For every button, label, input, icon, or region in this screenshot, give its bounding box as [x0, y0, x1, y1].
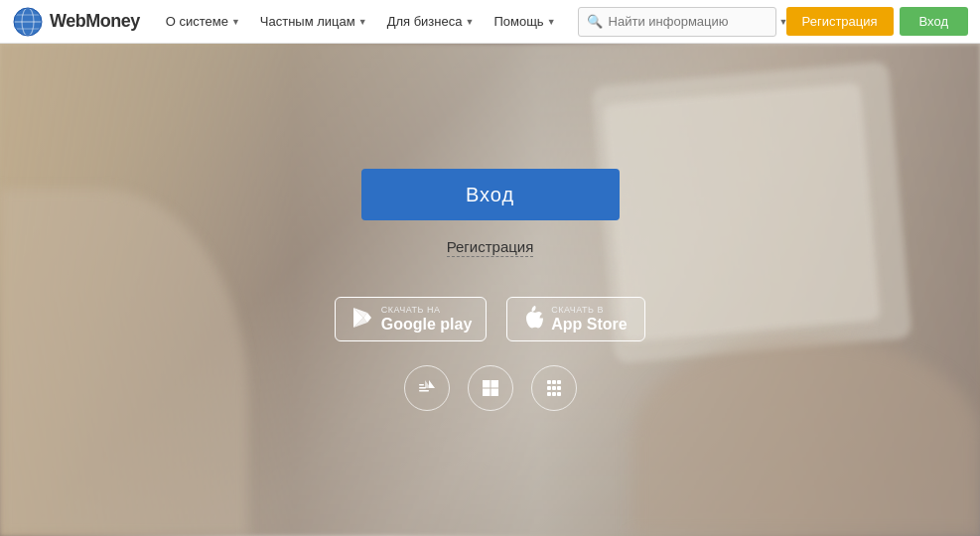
app-store-button[interactable]: СКАЧАТЬ В App Store — [506, 297, 645, 341]
windows-button[interactable] — [468, 365, 513, 411]
svg-rect-21 — [552, 386, 556, 390]
nav-item-about[interactable]: О системе ▼ — [158, 0, 248, 44]
svg-rect-24 — [552, 392, 556, 396]
blackberry-button[interactable] — [531, 365, 577, 411]
search-input[interactable] — [609, 14, 775, 29]
store-buttons: СКАЧАТЬ НА Google play СКАЧАТЬ В App Sto… — [335, 297, 646, 341]
svg-rect-10 — [419, 387, 426, 389]
svg-rect-12 — [419, 384, 424, 386]
google-play-icon — [350, 306, 373, 334]
header: WebMoney О системе ▼ Частным лицам ▼ Для… — [0, 0, 980, 44]
apple-icon — [521, 306, 543, 334]
hero-section: Вход Регистрация СКАЧАТЬ НА Google play — [0, 44, 980, 536]
chevron-down-icon: ▼ — [547, 17, 556, 27]
nav-item-personal[interactable]: Частным лицам ▼ — [252, 0, 375, 44]
svg-rect-15 — [483, 388, 490, 396]
svg-rect-16 — [490, 388, 498, 396]
other-platform-icons — [404, 365, 577, 411]
google-play-button[interactable]: СКАЧАТЬ НА Google play — [335, 297, 488, 341]
svg-rect-22 — [557, 386, 561, 390]
svg-rect-17 — [547, 380, 551, 384]
search-box[interactable]: 🔍 ▼ — [578, 7, 776, 37]
logo[interactable]: WebMoney — [12, 6, 140, 38]
svg-rect-19 — [557, 380, 561, 384]
svg-rect-11 — [419, 390, 429, 392]
search-icon: 🔍 — [587, 14, 603, 29]
logo-text: WebMoney — [50, 11, 140, 32]
svg-rect-14 — [490, 380, 498, 388]
alt-appstore-button[interactable] — [404, 365, 450, 411]
svg-rect-13 — [483, 380, 490, 388]
svg-rect-23 — [547, 392, 551, 396]
register-button[interactable]: Регистрация — [786, 7, 894, 36]
app-store-text: СКАЧАТЬ В App Store — [551, 305, 627, 334]
svg-rect-25 — [557, 392, 561, 396]
nav-item-help[interactable]: Помощь ▼ — [486, 0, 563, 44]
svg-rect-20 — [547, 386, 551, 390]
main-nav: О системе ▼ Частным лицам ▼ Для бизнеса … — [158, 0, 578, 44]
chevron-down-icon: ▼ — [358, 17, 367, 27]
nav-item-business[interactable]: Для бизнеса ▼ — [379, 0, 483, 44]
globe-icon — [12, 6, 44, 38]
chevron-down-icon: ▼ — [231, 17, 240, 27]
hero-login-button[interactable]: Вход — [361, 169, 620, 220]
google-play-text: СКАЧАТЬ НА Google play — [381, 305, 473, 334]
hero-content: Вход Регистрация СКАЧАТЬ НА Google play — [0, 44, 980, 536]
chevron-down-icon: ▼ — [465, 17, 474, 27]
hero-register-link[interactable]: Регистрация — [447, 238, 534, 257]
login-button[interactable]: Вход — [900, 7, 968, 36]
svg-rect-18 — [552, 380, 556, 384]
